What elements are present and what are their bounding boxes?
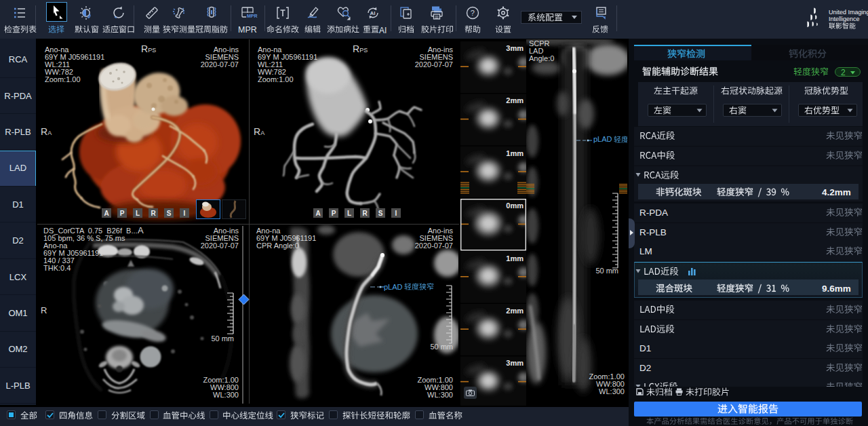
svg-text:MPR: MPR bbox=[247, 14, 258, 18]
svg-text:?: ? bbox=[471, 9, 475, 17]
svg-text:AI: AI bbox=[370, 10, 376, 16]
